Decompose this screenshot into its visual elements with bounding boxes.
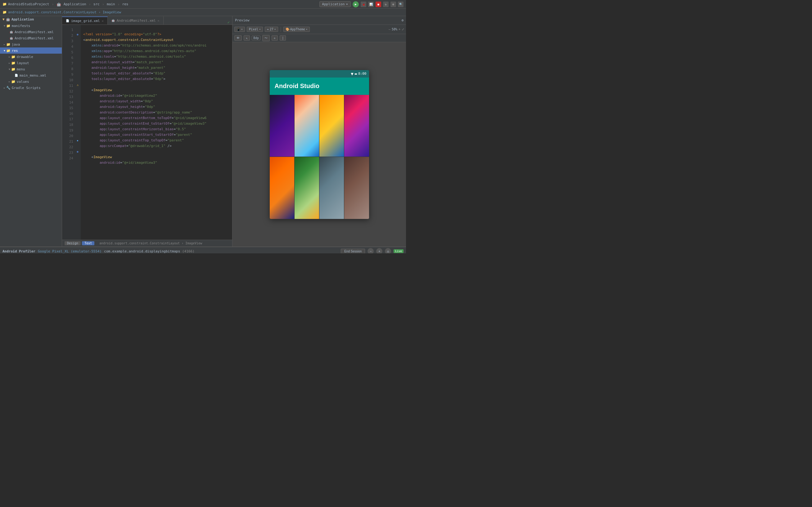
sidebar-item-res[interactable]: ▼ 📁 res: [0, 47, 62, 54]
dp-label[interactable]: 8dp: [252, 36, 260, 40]
end-session-button[interactable]: End Session: [341, 249, 365, 253]
breadcrumb-text: android.support.constraint.ConstraintLay…: [8, 10, 121, 14]
photo-4: [344, 95, 369, 157]
sidebar-item-java[interactable]: ► 📁 java: [0, 41, 62, 47]
plus-btn[interactable]: ✛: [271, 35, 278, 41]
src-label: src: [93, 2, 100, 6]
tab-close-1[interactable]: ✕: [158, 19, 159, 22]
api-btn[interactable]: ≈ 27▾: [265, 27, 278, 32]
wifi-icon: ▼: [351, 71, 353, 76]
preview-content: ▼ ▬ 8:00 Android Studio: [233, 42, 406, 246]
tab-close-0[interactable]: ✕: [102, 19, 104, 23]
sidebar-item-manifests[interactable]: ▼ 📁 manifests: [0, 23, 62, 29]
sidebar-header: ▼ 🤖 Application: [0, 16, 62, 23]
preview-toolbar: 📱 ▾ Pixel▾ ≈ 27▾ 🎨 AppTheme▾ — 50% + ⤢: [233, 25, 406, 34]
preview-settings-icon[interactable]: ⚙: [401, 18, 404, 22]
photo-6: [295, 157, 319, 219]
main-layout: ▼ 🤖 Application ▼ 📁 manifests 🤖 AndroidM…: [0, 16, 406, 246]
battery-icon: ▬: [355, 72, 357, 76]
code-content[interactable]: <?xml version="1.0" encoding="utf-8"?> <…: [81, 25, 232, 240]
profiler-title: Android Profiler: [2, 249, 35, 253]
orientation-btn[interactable]: 📱 ▾: [234, 27, 245, 32]
warning-11: ⚠: [77, 83, 79, 87]
phone-mockup: ▼ ▬ 8:00 Android Studio: [270, 70, 369, 219]
sidebar-item-gradle[interactable]: ► 🔧 Gradle Scripts: [0, 84, 62, 91]
zoom-controls: — 50% + ⤢: [389, 27, 404, 31]
phone-status-bar: ▼ ▬ 8:00: [270, 70, 369, 77]
editor-area: 📄 image_grid.xml ✕ 🤖 AndroidManifest.xml…: [62, 16, 232, 246]
phone-header: Android Studio: [270, 77, 369, 95]
line-numbers: 123456789101112131415161718192021222324: [62, 25, 74, 240]
breadcrumb-icon: 📁: [2, 10, 7, 14]
preview-header: Preview ⚙: [233, 16, 406, 25]
photo-5: [270, 157, 294, 219]
preview-title: Preview: [235, 18, 249, 22]
tab-androidmanifest-xml[interactable]: 🤖 AndroidManifest.xml ✕: [108, 16, 164, 24]
sidebar-item-drawable[interactable]: ► 📁 drawable: [0, 54, 62, 60]
toolbar-sep: [281, 27, 281, 32]
profiler-button[interactable]: 📊: [368, 2, 374, 7]
photo-3: [319, 95, 344, 157]
save-indicator: ✓: [227, 20, 232, 24]
module-label: Application: [64, 2, 86, 6]
preview-panel: Preview ⚙ 📱 ▾ Pixel▾ ≈ 27▾ 🎨 AppTheme▾ —…: [232, 16, 406, 246]
zoom-out-btn[interactable]: −: [367, 248, 374, 253]
photo-2: [295, 95, 319, 157]
sidebar-item-manifest1[interactable]: 🤖 AndroidManifest.xml: [0, 29, 62, 35]
phone-time: 8:00: [358, 72, 367, 76]
theme-btn[interactable]: 🎨 AppTheme▾: [284, 27, 310, 32]
gutter: ● ⚠: [74, 25, 81, 240]
design-text-tabs: Design Text: [64, 241, 94, 245]
sdk-button[interactable]: ⚙: [391, 2, 396, 7]
pointer-btn[interactable]: ↖: [244, 35, 250, 41]
top-bar: 📁 AndroidStudioProject › 🤖 Application ›…: [0, 0, 406, 9]
sidebar-root-label: Application: [11, 17, 34, 21]
bottom-breadcrumb: android.support.constraint.ConstraintLay…: [99, 241, 202, 245]
breadcrumb: 📁 android.support.constraint.ConstraintL…: [0, 9, 406, 16]
sidebar-item-manifest2[interactable]: 🤖 AndroidManifest.xml: [0, 35, 62, 41]
sync-button[interactable]: ↻: [383, 2, 389, 7]
stop-button[interactable]: ■: [375, 2, 381, 7]
sidebar-item-layout[interactable]: ► 📁 layout: [0, 60, 62, 66]
design-tab[interactable]: Design: [64, 241, 81, 245]
preview-toolbar-row2: 👁 ↖ 8dp 〜 ✛ |: [233, 34, 406, 42]
breakpoint-23[interactable]: ●: [77, 150, 78, 153]
editor-tabs: 📄 image_grid.xml ✕ 🤖 AndroidManifest.xml…: [62, 16, 232, 25]
search-button[interactable]: 🔍: [398, 2, 404, 7]
wave-btn[interactable]: 〜: [262, 35, 270, 41]
project-sidebar: ▼ 🤖 Application ▼ 📁 manifests 🤖 AndroidM…: [0, 16, 62, 246]
profiler-header: Android Profiler Google Pixel_XL (emulat…: [0, 247, 406, 253]
tab-image-grid-xml[interactable]: 📄 image_grid.xml ✕: [62, 16, 108, 24]
device-btn[interactable]: Pixel▾: [247, 27, 263, 32]
sidebar-item-values[interactable]: ► 📁 values: [0, 78, 62, 84]
cursor-btn[interactable]: |: [280, 35, 286, 41]
text-tab[interactable]: Text: [82, 241, 94, 245]
profiler-app: com.example.android.displayingbitmaps (4…: [104, 249, 194, 253]
phone-title: Android Studio: [275, 82, 319, 90]
android-profiler: Android Profiler Google Pixel_XL (emulat…: [0, 246, 406, 253]
eye-btn[interactable]: 👁: [234, 35, 242, 41]
sidebar-item-mainmenu[interactable]: 📄 main_menu.xml: [0, 72, 62, 78]
photo-7: [319, 157, 344, 219]
indicator-21: ▪: [77, 139, 78, 142]
profiler-device: Google Pixel_XL (emulator-5554): [38, 249, 101, 253]
project-label: 📁 AndroidStudioProject: [2, 2, 49, 6]
main-label: main: [107, 2, 115, 6]
app-config-dropdown[interactable]: Application ▾: [319, 1, 351, 7]
run-button[interactable]: ▶: [353, 1, 359, 7]
zoom-in-btn[interactable]: +: [376, 248, 383, 253]
debug-button[interactable]: 🐞: [361, 2, 366, 7]
sidebar-item-menu[interactable]: ▼ 📁 menu: [0, 66, 62, 72]
code-editor[interactable]: 123456789101112131415161718192021222324 …: [62, 25, 232, 240]
editor-bottom-bar: Design Text android.support.constraint.C…: [62, 240, 232, 246]
android-icon: 🤖: [56, 2, 61, 6]
photo-8: [344, 157, 369, 219]
photo-1: [270, 95, 294, 157]
zoom-fit-btn[interactable]: ◎: [385, 248, 391, 253]
breakpoint-2[interactable]: ●: [77, 33, 78, 36]
res-label: res: [122, 2, 129, 6]
toolbar-right: Application ▾ ▶ 🐞 📊 ■ ↻ ⚙ 🔍: [319, 1, 404, 7]
photo-grid: [270, 95, 369, 219]
live-badge: Live: [394, 249, 404, 253]
